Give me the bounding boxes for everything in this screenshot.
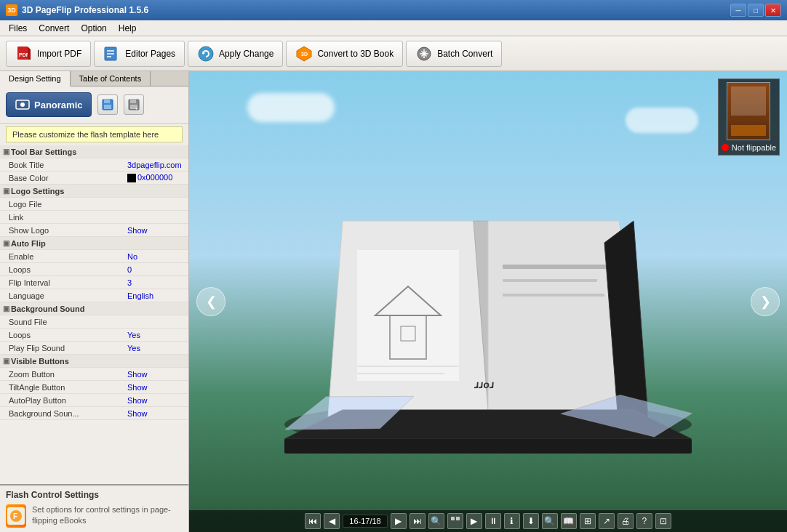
setting-sound-file[interactable]: Sound File (0, 315, 188, 329)
save-icon (102, 99, 113, 110)
bottom-toolbar: ⏮ ◀ 16-17/18 ▶ ⏭ 🔍 ▶ ⏸ ℹ ⬇ 🔍 📖 ⊞ ↗ 🖨 ? ⊡ (189, 510, 787, 532)
setting-flip-interval[interactable]: Flip Interval 3 (0, 276, 188, 289)
nav-left-button[interactable]: ❮ (196, 287, 225, 316)
setting-loops-sound[interactable]: Loops Yes (0, 329, 188, 342)
info-button[interactable]: ℹ (504, 513, 520, 529)
svg-rect-45 (284, 439, 692, 454)
app-title: 3D PageFlip Professional 1.5.6 (22, 5, 148, 15)
fullscreen-button[interactable]: ⊡ (655, 513, 671, 529)
next-page-button[interactable]: ▶ (391, 513, 407, 529)
flash-control-icon: F (6, 504, 26, 528)
svg-rect-48 (451, 517, 455, 520)
group-visible-btns[interactable]: ▣ Visible Buttons (0, 355, 188, 368)
save-button[interactable] (97, 94, 118, 115)
editor-pages-label: Editor Pages (125, 49, 175, 59)
color-swatch (127, 174, 136, 182)
page-indicator: 16-17/18 (343, 515, 387, 528)
menu-bar: Files Convert Option Help (0, 20, 787, 36)
play-button[interactable]: ▶ (466, 513, 482, 529)
print-button[interactable]: 🖨 (618, 513, 634, 529)
nav-right-button[interactable]: ❯ (751, 287, 780, 316)
apply-change-button[interactable]: Apply Change (188, 41, 283, 67)
setting-book-title[interactable]: Book Title 3dpageflip.com (0, 158, 188, 172)
svg-point-7 (199, 47, 213, 61)
not-flippable-text: Not flippable (732, 143, 776, 152)
svg-rect-15 (104, 100, 110, 103)
convert-3d-button[interactable]: 3D Convert to 3D Book (286, 41, 403, 67)
cloud-1 (247, 93, 335, 122)
maximize-button[interactable]: □ (748, 4, 764, 17)
title-bar: 3D 3D PageFlip Professional 1.5.6 ─ □ ✕ (0, 0, 787, 20)
flash-control-desc: Set options for control settings in page… (32, 504, 183, 527)
view-mode-button[interactable] (447, 513, 463, 529)
group-toolbar[interactable]: ▣ Tool Bar Settings (0, 145, 188, 158)
editor-pages-icon (103, 45, 121, 63)
tab-design-setting[interactable]: Design Setting (0, 71, 71, 86)
thumbnail-panel: Not flippable (718, 78, 780, 156)
cloud-2 (626, 108, 698, 133)
group-logo[interactable]: ▣ Logo Settings (0, 185, 188, 198)
group-label: Background Sound (11, 305, 84, 313)
group-label: Auto Flip (11, 239, 46, 248)
red-dot-icon (722, 144, 729, 151)
setting-loops-flip[interactable]: Loops 0 (0, 263, 188, 276)
setting-language[interactable]: Language English (0, 289, 188, 302)
close-button[interactable]: ✕ (765, 4, 781, 17)
setting-bg-sound-button[interactable]: Background Soun... Show (0, 407, 188, 420)
last-page-button[interactable]: ⏭ (410, 513, 426, 529)
minimize-button[interactable]: ─ (730, 4, 746, 17)
prev-page-button[interactable]: ◀ (324, 513, 340, 529)
svg-rect-39 (503, 279, 597, 282)
grid-button[interactable]: ⊞ (580, 513, 596, 529)
panoramic-button[interactable]: Panoramic (6, 92, 92, 117)
search-button[interactable]: 🔍 (542, 513, 558, 529)
group-bg-sound[interactable]: ▣ Background Sound (0, 302, 188, 315)
viewer-panel: Not flippable ❮ ❯ (189, 71, 787, 532)
setting-enable[interactable]: Enable No (0, 250, 188, 263)
setting-tiltangle-button[interactable]: TiltAngle Button Show (0, 381, 188, 394)
tab-table-of-contents[interactable]: Table of Contents (71, 71, 151, 86)
menu-convert[interactable]: Convert (33, 22, 75, 35)
setting-zoom-button[interactable]: Zoom Button Show (0, 368, 188, 381)
toggle-icon: ▣ (3, 148, 9, 156)
setting-play-flip-sound[interactable]: Play Flip Sound Yes (0, 342, 188, 355)
menu-files[interactable]: Files (3, 22, 33, 35)
save-as-button[interactable]: + (124, 94, 144, 115)
window-controls: ─ □ ✕ (730, 4, 781, 17)
customize-text: Please customize the flash template here (6, 126, 183, 142)
menu-help[interactable]: Help (113, 22, 143, 35)
download-button[interactable]: ⬇ (523, 513, 539, 529)
batch-convert-label: Batch Convert (437, 49, 492, 59)
apply-change-icon (197, 45, 215, 63)
setting-base-color[interactable]: Base Color 0x000000 (0, 172, 188, 185)
pause-button[interactable]: ⏸ (485, 513, 501, 529)
svg-text:+: + (135, 106, 137, 110)
setting-logo-file[interactable]: Logo File (0, 198, 188, 211)
settings-tree[interactable]: ▣ Tool Bar Settings Book Title 3dpagefli… (0, 145, 188, 484)
svg-text:F: F (13, 512, 17, 520)
help-button[interactable]: ? (636, 513, 652, 529)
main-layout: Design Setting Table of Contents Panoram… (0, 71, 787, 532)
not-flippable-indicator: Not flippable (722, 143, 776, 152)
zoom-in-button[interactable]: 🔍 (428, 513, 444, 529)
import-pdf-button[interactable]: PDF Import PDF (6, 41, 91, 67)
batch-convert-button[interactable]: Batch Convert (406, 41, 502, 67)
setting-show-logo[interactable]: Show Logo Show (0, 224, 188, 237)
left-panel: Design Setting Table of Contents Panoram… (0, 71, 189, 532)
svg-rect-40 (503, 294, 604, 297)
bookmark-button[interactable]: 📖 (561, 513, 577, 529)
first-page-button[interactable]: ⏮ (305, 513, 321, 529)
save-as-icon: + (128, 99, 140, 110)
menu-option[interactable]: Option (75, 22, 112, 35)
setting-link[interactable]: Link (0, 211, 188, 224)
group-autoflip[interactable]: ▣ Auto Flip (0, 237, 188, 250)
share-button[interactable]: ↗ (599, 513, 615, 529)
nav-left-icon: ❮ (206, 294, 217, 310)
svg-rect-49 (456, 517, 460, 520)
editor-pages-button[interactable]: Editor Pages (94, 41, 185, 67)
thumbnail-image (727, 82, 770, 140)
setting-autoplay-button[interactable]: AutoPlay Button Show (0, 394, 188, 407)
group-label: Tool Bar Settings (11, 148, 76, 156)
svg-text:ɹɹoɹ: ɹɹoɹ (474, 379, 495, 390)
panoramic-icon (15, 97, 30, 112)
